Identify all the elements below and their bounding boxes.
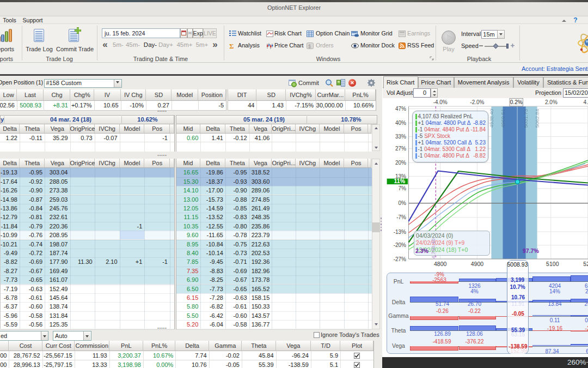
- svg-text:5200: 5200: [583, 261, 588, 267]
- svg-text:4900: 4900: [471, 261, 484, 267]
- svg-text:47%: 47%: [395, 106, 406, 112]
- svg-text:-20%: -20%: [394, 242, 406, 248]
- svg-text:Σ: Σ: [229, 43, 234, 50]
- svg-text:33%: 33%: [395, 134, 406, 140]
- svg-text:5031.73: 5031.73: [523, 109, 529, 128]
- svg-text:5062.84: 5062.84: [534, 109, 540, 128]
- svg-text:4938.40: 4938.40: [488, 109, 494, 128]
- svg-text:-27%: -27%: [394, 256, 406, 262]
- svg-text:40%: 40%: [395, 120, 406, 126]
- svg-text:4.0%: 4.0%: [584, 99, 588, 105]
- svg-text:2.0%: 2.0%: [545, 99, 558, 105]
- svg-text:-13%: -13%: [394, 229, 406, 235]
- svg-text:5100: 5100: [546, 261, 559, 267]
- svg-text:27%: 27%: [395, 146, 406, 152]
- svg-text:-7%: -7%: [396, 214, 406, 220]
- svg-text:20%: 20%: [395, 160, 406, 166]
- svg-text:0%: 0%: [399, 200, 407, 206]
- svg-text:4969.51: 4969.51: [500, 109, 506, 128]
- svg-text:-4.0%: -4.0%: [433, 99, 448, 105]
- svg-text:4800: 4800: [434, 261, 447, 267]
- svg-text:$: $: [308, 44, 311, 49]
- svg-text:0.2%: 0.2%: [510, 99, 523, 105]
- svg-text:7%: 7%: [399, 185, 407, 191]
- svg-text:11%: 11%: [394, 178, 406, 184]
- svg-text:-2.0%: -2.0%: [470, 99, 484, 105]
